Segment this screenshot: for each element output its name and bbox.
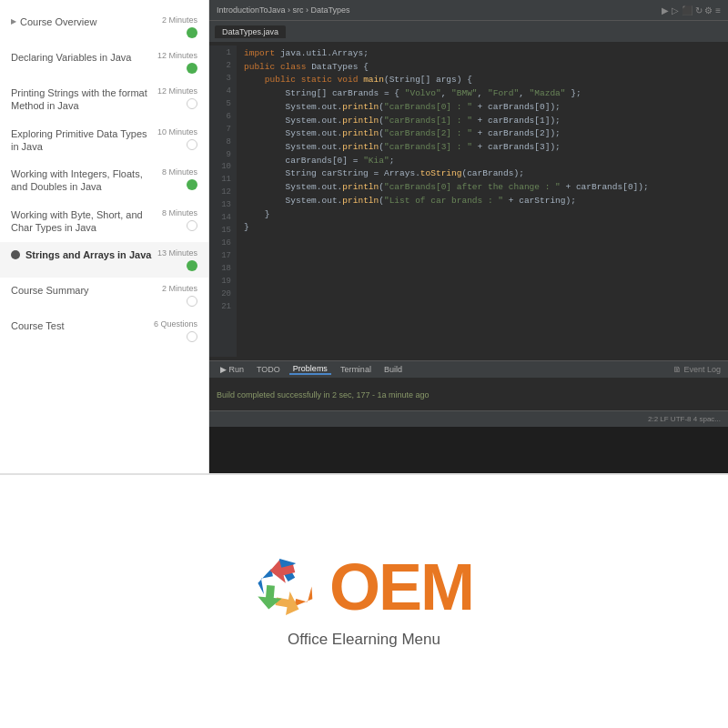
sidebar-item-course-test[interactable]: Course Test 6 Questions <box>0 313 208 349</box>
tab-terminal[interactable]: Terminal <box>337 365 375 374</box>
course-sidebar: ▶ Course Overview 2 Minutes Declaring Va… <box>0 0 209 473</box>
status-indicator <box>187 98 197 109</box>
tab-run[interactable]: ▶ Run <box>217 365 248 374</box>
bottom-branding: OEM Office Elearning Menu <box>0 473 728 728</box>
oem-logo-icon <box>255 555 318 619</box>
duration-label: 2 Minutes <box>162 15 197 25</box>
ide-status-right: 2:2 LF UTF-8 4 spac... <box>648 415 721 423</box>
duration-label: 6 Questions <box>154 319 197 329</box>
expand-icon: ▶ <box>11 17 16 25</box>
sidebar-item-label: Working with Integers, Floats, and Doubl… <box>11 167 162 194</box>
status-indicator <box>187 220 197 231</box>
sidebar-item-strings-arrays[interactable]: Strings and Arrays in Java 13 Minutes <box>0 242 208 278</box>
main-container: ▶ Course Overview 2 Minutes Declaring Va… <box>0 0 728 728</box>
sidebar-item-working-integers[interactable]: Working with Integers, Floats, and Doubl… <box>0 161 208 202</box>
ide-bottom-tabs: ▶ Run TODO Problems Terminal Build 🗎 Eve… <box>209 361 728 378</box>
duration-label: 8 Minutes <box>162 208 197 217</box>
ide-area: IntroductionToJava › src › DataTypes ▶ ▷… <box>209 0 728 473</box>
build-status-text: Build completed successfully in 2 sec, 1… <box>217 390 721 399</box>
top-section: ▶ Course Overview 2 Minutes Declaring Va… <box>0 0 728 473</box>
tab-todo[interactable]: TODO <box>253 365 284 374</box>
line-numbers: 12345 678910 1112131415 1617181920 21 <box>209 46 237 357</box>
logo-container: OEM <box>255 554 473 620</box>
ide-status-bar: 2:2 LF UTF-8 4 spac... <box>209 410 728 427</box>
sidebar-item-course-summary[interactable]: Course Summary 2 Minutes <box>0 278 208 313</box>
status-indicator <box>187 63 197 74</box>
ide-filetab-datatypes[interactable]: DataTypes.java <box>215 25 286 38</box>
ide-breadcrumb: IntroductionToJava › src › DataTypes <box>217 5 350 15</box>
sidebar-item-label: Course Test <box>11 319 65 332</box>
sidebar-item-printing-strings[interactable]: Printing Strings with the format Method … <box>0 80 208 121</box>
sidebar-item-label: Working with Byte, Short, and Char Types… <box>11 208 162 235</box>
sidebar-item-declaring-variables[interactable]: Declaring Variables in Java 12 Minutes <box>0 45 208 80</box>
status-indicator <box>187 139 197 150</box>
duration-label: 12 Minutes <box>157 51 197 60</box>
status-indicator <box>187 27 197 38</box>
sidebar-item-label: Strings and Arrays in Java <box>25 248 151 261</box>
ide-topbar: IntroductionToJava › src › DataTypes ▶ ▷… <box>209 0 728 20</box>
duration-label: 2 Minutes <box>162 284 197 293</box>
duration-label: 8 Minutes <box>162 167 197 177</box>
ide-bottom-panel: ▶ Run TODO Problems Terminal Build 🗎 Eve… <box>209 360 728 410</box>
status-indicator <box>187 260 197 271</box>
sidebar-item-label: Printing Strings with the format Method … <box>11 86 157 113</box>
svg-marker-3 <box>257 584 282 610</box>
code-editor: 12345 678910 1112131415 1617181920 21 im… <box>209 42 728 360</box>
sidebar-item-label: Exploring Primitive Data Types in Java <box>11 127 157 154</box>
event-log-label: 🗎 Event Log <box>673 365 721 374</box>
code-content: import java.util.Arrays; public class Da… <box>237 46 728 357</box>
duration-label: 10 Minutes <box>157 127 197 136</box>
current-indicator <box>11 250 20 259</box>
ide-file-tabs: DataTypes.java <box>209 20 728 42</box>
sidebar-item-course-overview[interactable]: ▶ Course Overview 2 Minutes <box>0 9 208 45</box>
duration-label: 12 Minutes <box>157 86 197 96</box>
sidebar-item-label: Declaring Variables in Java <box>11 51 131 64</box>
status-indicator <box>187 331 197 342</box>
ide-build-output: Build completed successfully in 2 sec, 1… <box>209 378 728 411</box>
status-indicator <box>187 179 197 190</box>
duration-label: 13 Minutes <box>157 248 197 258</box>
sidebar-item-working-byte[interactable]: Working with Byte, Short, and Char Types… <box>0 202 208 243</box>
sidebar-item-label: Course Summary <box>11 284 89 297</box>
tab-build[interactable]: Build <box>380 365 406 374</box>
tab-problems[interactable]: Problems <box>289 364 331 375</box>
company-tagline: Office Elearning Menu <box>288 631 440 649</box>
status-indicator <box>187 296 197 307</box>
sidebar-item-exploring-primitive[interactable]: Exploring Primitive Data Types in Java 1… <box>0 121 208 162</box>
ide-toolbar-icons: ▶ ▷ ⬛ ↻ ⚙ ≡ <box>662 5 721 15</box>
company-name: OEM <box>329 554 473 620</box>
sidebar-item-label: Course Overview <box>20 15 96 28</box>
